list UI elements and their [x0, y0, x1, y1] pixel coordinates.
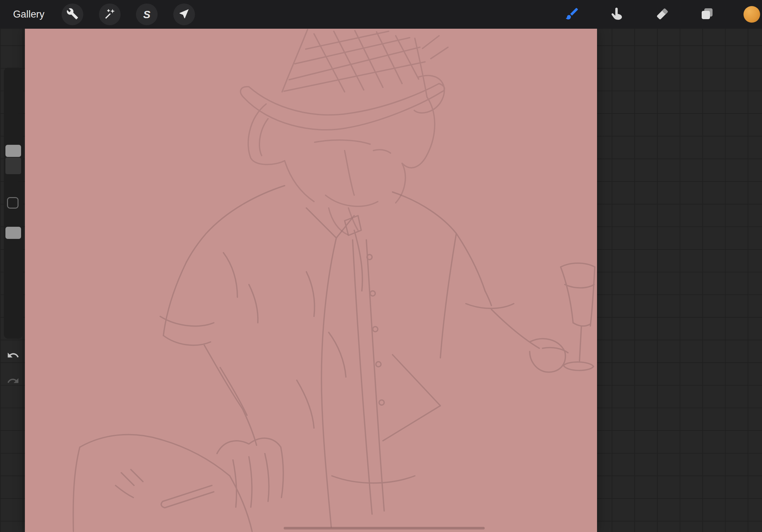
size-slider-handle[interactable]: [5, 145, 21, 157]
selection-button[interactable]: S: [136, 4, 158, 25]
layers-button[interactable]: [699, 6, 716, 23]
selection-s-icon: S: [143, 9, 151, 20]
wrench-icon: [66, 8, 79, 21]
modify-button[interactable]: [7, 197, 19, 209]
brush-opacity-slider[interactable]: [4, 209, 23, 339]
paintbrush-icon: [565, 6, 580, 23]
undo-button[interactable]: [5, 348, 21, 364]
brush-size-slider[interactable]: [4, 68, 23, 203]
canvas-artwork: [25, 29, 597, 532]
gallery-button[interactable]: Gallery: [13, 0, 44, 29]
undo-arrow-icon: [7, 349, 20, 363]
actions-button[interactable]: [62, 4, 83, 25]
redo-arrow-icon: [7, 374, 20, 388]
transform-arrow-icon: [178, 8, 190, 21]
color-swatch[interactable]: [743, 6, 760, 23]
erase-tool-button[interactable]: [654, 6, 670, 23]
smudge-finger-icon: [609, 6, 625, 23]
home-indicator: [284, 527, 485, 529]
transform-button[interactable]: [173, 4, 195, 25]
brush-sidebar: [4, 68, 23, 339]
smudge-tool-button[interactable]: [609, 6, 625, 23]
redo-button[interactable]: [5, 374, 21, 389]
opacity-slider-handle[interactable]: [5, 227, 21, 239]
magic-wand-icon: [104, 8, 116, 21]
adjustments-button[interactable]: [99, 4, 120, 25]
procreate-workspace: Gallery S: [0, 0, 762, 532]
top-toolbar: Gallery S: [0, 0, 762, 29]
drawing-canvas[interactable]: [25, 29, 597, 532]
eraser-icon: [654, 6, 670, 23]
size-slider-fill: [5, 158, 21, 174]
layers-icon: [700, 6, 715, 23]
paint-tool-button[interactable]: [564, 6, 580, 23]
